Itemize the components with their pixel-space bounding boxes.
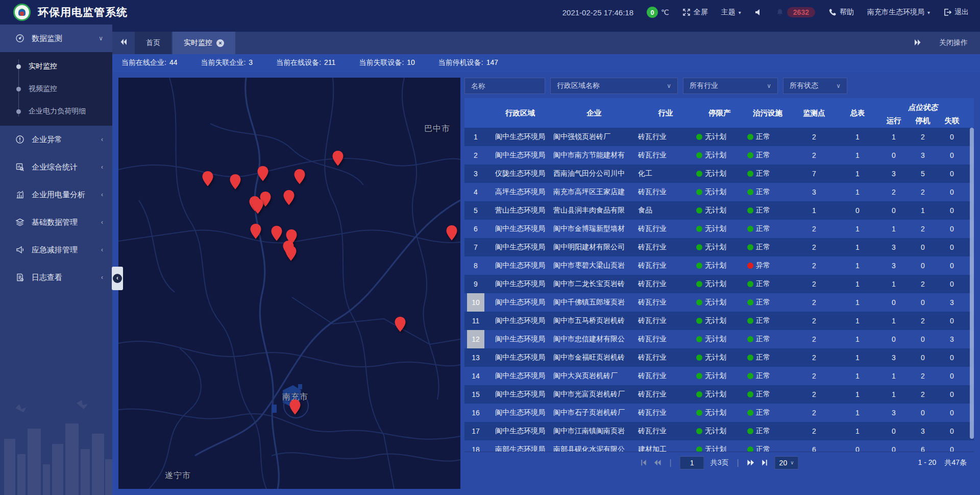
name-filter-field[interactable] xyxy=(464,78,545,94)
table-scrollbar[interactable] xyxy=(970,128,974,452)
tab-close-icon[interactable]: × xyxy=(216,39,224,47)
sidebar-item-company-abnormal[interactable]: 企业异常 ‹ xyxy=(0,126,112,153)
cell-points: 2 xyxy=(792,317,836,325)
table-row[interactable]: 12 阆中生态环境局 阆中市忠信建材有限公 砖瓦行业 无计划 正常 2 1 0 … xyxy=(464,330,974,348)
row-index: 11 xyxy=(467,312,484,330)
sidebar-item-load-detail[interactable]: 企业电力负荷明细 xyxy=(0,100,112,123)
logout-button[interactable]: 退出 xyxy=(943,8,969,17)
map-pin[interactable] xyxy=(250,224,262,239)
map-canvas[interactable]: 巴中市 南充市 遂宁市 xyxy=(118,78,460,489)
table-row[interactable]: 8 阆中生态环境局 阆中市枣碧大梁山页岩 砖瓦行业 无计划 异常 2 1 3 0… xyxy=(464,256,974,275)
map-pin[interactable] xyxy=(252,199,264,214)
map-pin[interactable] xyxy=(446,225,457,241)
cell-stop-status: 无计划 xyxy=(696,298,743,307)
table-row[interactable]: 5 营山生态环境局 营山县润丰肉食品有限 食品 无计划 正常 1 0 0 1 0 xyxy=(464,201,974,220)
table-row[interactable]: 2 阆中生态环境局 阆中市南方节能建材有 砖瓦行业 无计划 正常 2 1 0 3… xyxy=(464,146,974,164)
map-pin[interactable] xyxy=(257,166,268,181)
map-pin[interactable] xyxy=(285,246,297,261)
sidebar-item-logs[interactable]: 日志查看 ‹ xyxy=(0,264,112,291)
theme-dropdown[interactable]: 主题▾ xyxy=(721,8,741,17)
status-dot xyxy=(696,244,702,250)
status-filter-select[interactable]: 所有状态 ∨ xyxy=(783,78,847,94)
gauge-icon xyxy=(15,34,24,43)
notifications[interactable]: 2632 xyxy=(776,7,815,17)
sidebar-item-realtime-monitor[interactable]: 实时监控 xyxy=(0,55,112,78)
sidebar-item-power-analysis[interactable]: 企业用电量分析 ‹ xyxy=(0,181,112,208)
map-pin[interactable] xyxy=(283,190,295,205)
sidebar-collapse-handle[interactable]: ‹ xyxy=(112,267,123,290)
status-dot xyxy=(747,189,753,195)
table-row[interactable]: 4 高坪生态环境局 南充市高坪区王家店建 砖瓦行业 无计划 正常 3 1 2 2… xyxy=(464,183,974,201)
region-filter-select[interactable]: 行政区域名称 ∨ xyxy=(550,78,678,94)
next-page-button[interactable] xyxy=(747,459,755,466)
map-pin[interactable] xyxy=(230,174,241,190)
cell-lost: 0 xyxy=(937,151,967,159)
skyline-decoration xyxy=(0,393,112,495)
name-filter-input[interactable] xyxy=(471,82,538,90)
map-pin[interactable] xyxy=(332,151,344,166)
table-row[interactable]: 7 阆中生态环境局 阆中明阳建材有限公司 砖瓦行业 无计划 正常 2 1 3 0… xyxy=(464,238,974,256)
stat-item: 当前在线设备: 211 xyxy=(276,58,335,67)
sidebar-item-video-monitor[interactable]: 视频监控 xyxy=(0,78,112,100)
row-index: 1 xyxy=(467,128,484,146)
cell-run: 0 xyxy=(879,335,909,343)
map-pin[interactable] xyxy=(271,226,283,241)
map-pin[interactable] xyxy=(294,169,306,184)
table-row[interactable]: 15 阆中生态环境局 阆中市光富页岩机砖厂 砖瓦行业 无计划 正常 2 1 1 … xyxy=(464,385,974,404)
last-page-button[interactable] xyxy=(761,459,769,466)
table-row[interactable]: 18 南部生态环境局 南部县砚化水泥有限公 建材加工 无计划 正常 6 0 0 … xyxy=(464,440,974,452)
row-index: 14 xyxy=(467,367,484,385)
stat-label: 当前在线企业: xyxy=(121,58,166,67)
table-row[interactable]: 13 阆中生态环境局 阆中市金福旺页岩机砖 砖瓦行业 无计划 正常 2 1 3 … xyxy=(464,348,974,367)
cell-region: 阆中生态环境局 xyxy=(487,151,553,160)
page-size-select[interactable]: 20 ∨ xyxy=(775,456,799,469)
tab-label: 首页 xyxy=(146,38,160,48)
sidebar-item-data-monitor[interactable]: 数据监测 ∨ xyxy=(0,25,112,52)
help-button[interactable]: 帮助 xyxy=(828,8,854,17)
table-row[interactable]: 6 阆中生态环境局 阆中市金博瑞新型墙材 砖瓦行业 无计划 正常 2 1 1 2… xyxy=(464,220,974,238)
col-group-title: 点位状态 xyxy=(879,98,967,113)
status-dot xyxy=(696,410,702,416)
map-pin[interactable] xyxy=(289,399,301,415)
table-row[interactable]: 14 阆中生态环境局 阆中大兴页岩机砖厂 砖瓦行业 无计划 正常 2 1 1 2… xyxy=(464,367,974,385)
tabs-scroll-left-button[interactable] xyxy=(112,32,135,54)
page-number-input[interactable]: 1 xyxy=(680,456,704,469)
industry-filter-select[interactable]: 所有行业 ∨ xyxy=(683,78,778,94)
map-pin[interactable] xyxy=(395,317,406,332)
sidebar-item-company-stats[interactable]: 企业综合统计 ‹ xyxy=(0,153,112,181)
table-row[interactable]: 9 阆中生态环境局 阆中市二龙长宝页岩砖 砖瓦行业 无计划 正常 2 1 1 2… xyxy=(464,275,974,293)
first-page-button[interactable] xyxy=(640,459,647,466)
status-dot xyxy=(747,244,753,250)
org-dropdown[interactable]: 南充市生态环境局▾ xyxy=(867,8,930,17)
cell-industry: 砖瓦行业 xyxy=(635,298,696,307)
temperature: 0 ℃ xyxy=(647,7,669,18)
table-row[interactable]: 16 阆中生态环境局 阆中市石子页岩机砖厂 砖瓦行业 无计划 正常 2 1 3 … xyxy=(464,404,974,422)
status-dot xyxy=(747,410,753,416)
mute-button[interactable] xyxy=(754,8,763,16)
fullscreen-button[interactable]: 全屏 xyxy=(682,8,708,17)
sidebar-subitem-label: 企业电力负荷明细 xyxy=(29,107,86,116)
sidebar-item-emergency[interactable]: 应急减排管理 ‹ xyxy=(0,236,112,264)
table-row[interactable]: 1 阆中生态环境局 阆中强锐页岩砖厂 砖瓦行业 无计划 正常 2 1 1 2 0 xyxy=(464,128,974,146)
cell-company: 阆中市光富页岩机砖厂 xyxy=(553,390,635,399)
status-dot xyxy=(747,355,753,361)
tab-home[interactable]: 首页 xyxy=(135,32,172,54)
prev-page-button[interactable] xyxy=(653,459,661,466)
cell-run: 3 xyxy=(879,262,909,270)
cell-region: 高坪生态环境局 xyxy=(487,187,553,197)
sidebar-item-base-data[interactable]: 基础数据管理 ‹ xyxy=(0,208,112,236)
map-pin[interactable] xyxy=(202,171,213,186)
double-chevron-right-icon[interactable] xyxy=(914,38,922,48)
table-row[interactable]: 17 阆中生态环境局 阆中市江南镇阆南页岩 砖瓦行业 无计划 正常 2 1 0 … xyxy=(464,422,974,440)
cell-points: 2 xyxy=(792,133,836,141)
cell-meters: 1 xyxy=(836,225,879,233)
table-row[interactable]: 10 阆中生态环境局 阆中千佛镇五郎垭页岩 砖瓦行业 无计划 正常 2 1 0 … xyxy=(464,293,974,312)
close-operations-button[interactable]: 关闭操作 xyxy=(939,38,968,48)
cell-company: 阆中市金博瑞新型墙材 xyxy=(553,224,635,233)
table-row[interactable]: 3 仪陇生态环境局 西南油气田分公司川中 化工 无计划 正常 7 1 3 5 0 xyxy=(464,164,974,183)
col-run: 运行 xyxy=(879,116,909,126)
table-row[interactable]: 11 阆中生态环境局 阆中市五马桥页岩机砖 砖瓦行业 无计划 正常 2 1 1 … xyxy=(464,312,974,330)
tab-realtime-monitor[interactable]: 实时监控 × xyxy=(173,32,235,54)
select-value: 所有状态 xyxy=(790,81,818,90)
cell-meters: 1 xyxy=(836,372,879,380)
